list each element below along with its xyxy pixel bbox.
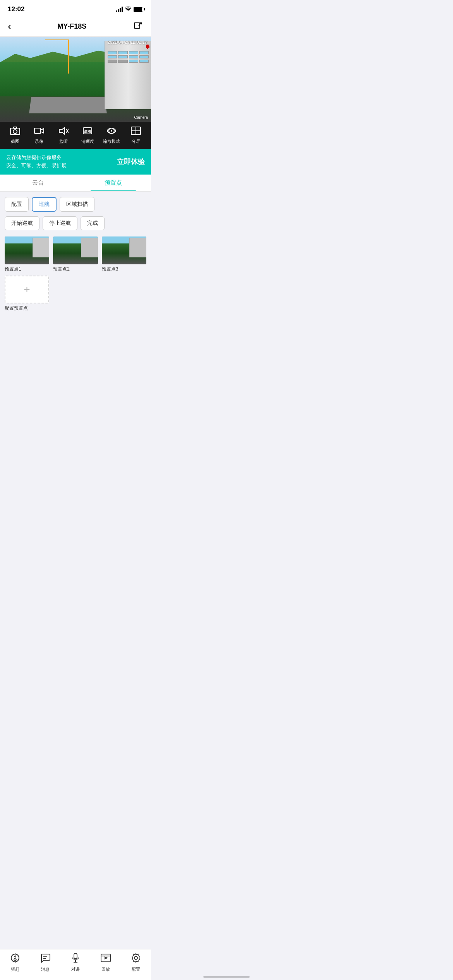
preset-label-1: 预置点1 <box>5 266 21 272</box>
quality-icon: 高清 <box>82 127 93 137</box>
camera-feed: 宇邦医疗 2021-04-29 12:02:17 Camera <box>0 37 151 122</box>
quality-button[interactable]: 高清 清晰度 <box>76 127 100 144</box>
svg-point-11 <box>111 130 112 132</box>
camera-label: Camera <box>134 115 148 120</box>
tab-ptz[interactable]: 云台 <box>0 175 76 191</box>
zoom-icon <box>106 127 117 137</box>
config-button[interactable]: 配置 <box>5 197 29 212</box>
record-icon <box>34 127 44 137</box>
svg-marker-5 <box>59 127 65 134</box>
zoom-label: 缩放模式 <box>103 139 120 144</box>
add-preset-box[interactable]: + <box>5 276 49 303</box>
expand-button[interactable] <box>132 21 143 32</box>
preset-label-3: 预置点3 <box>102 266 118 272</box>
tab-bar: 云台 预置点 <box>0 175 151 192</box>
content-area: 配置 巡航 区域扫描 开始巡航 停止巡航 完成 预置点1 预置点2 <box>0 192 151 363</box>
listen-label: 监听 <box>59 139 68 144</box>
banner-line1: 云存储为您提供录像服务 <box>6 154 67 162</box>
back-button[interactable]: ‹ <box>8 20 11 33</box>
add-preset-item[interactable]: + 配置预置点 <box>5 276 146 312</box>
preset-item-2[interactable]: 预置点2 <box>53 236 98 272</box>
banner-line2: 安全、可靠、方便、易扩展 <box>6 162 67 170</box>
split-button[interactable]: 分屏 <box>124 127 148 144</box>
screenshot-icon <box>10 127 20 137</box>
preset-grid: 预置点1 预置点2 预置点3 <box>5 236 146 272</box>
split-label: 分屏 <box>132 139 140 144</box>
action-row-1: 配置 巡航 区域扫描 <box>5 197 146 212</box>
svg-text:高清: 高清 <box>84 129 91 134</box>
patrol-button[interactable]: 巡航 <box>32 197 57 212</box>
cloud-storage-banner: 云存储为您提供录像服务 安全、可靠、方便、易扩展 立即体验 <box>0 149 151 175</box>
status-time: 12:02 <box>8 5 24 13</box>
screenshot-button[interactable]: 截图 <box>3 127 27 144</box>
done-button[interactable]: 完成 <box>81 216 105 230</box>
record-button[interactable]: 录像 <box>27 127 51 144</box>
camera-controls-toolbar: 截图 录像 监听 高清 清晰度 <box>0 122 151 149</box>
wifi-icon <box>125 6 131 12</box>
listen-button[interactable]: 监听 <box>51 127 76 144</box>
preset-item-1[interactable]: 预置点1 <box>5 236 49 272</box>
start-patrol-button[interactable]: 开始巡航 <box>5 216 39 230</box>
page-title: MY-F18S <box>57 22 86 31</box>
preset-thumb-2 <box>53 236 98 264</box>
listen-icon <box>58 127 69 137</box>
battery-icon <box>134 7 143 12</box>
preset-thumb-1 <box>5 236 49 264</box>
status-icons <box>116 6 143 12</box>
action-row-2: 开始巡航 停止巡航 完成 <box>5 216 146 230</box>
add-plus-icon: + <box>24 283 30 296</box>
signal-icon <box>116 7 123 12</box>
svg-point-2 <box>13 130 17 134</box>
banner-cta-button[interactable]: 立即体验 <box>117 157 145 166</box>
preset-thumb-3 <box>102 236 146 264</box>
stop-patrol-button[interactable]: 停止巡航 <box>43 216 77 230</box>
svg-rect-4 <box>34 128 41 134</box>
zoom-button[interactable]: 缩放模式 <box>100 127 124 144</box>
quality-label: 清晰度 <box>81 139 94 144</box>
preset-item-3[interactable]: 预置点3 <box>102 236 146 272</box>
tab-preset[interactable]: 预置点 <box>76 175 151 191</box>
record-label: 录像 <box>35 139 43 144</box>
camera-scene: 宇邦医疗 2021-04-29 12:02:17 Camera <box>0 37 151 122</box>
screenshot-label: 截图 <box>11 139 19 144</box>
nav-bar: ‹ MY-F18S <box>0 16 151 37</box>
camera-timestamp: 2021-04-29 12:02:17 <box>108 40 147 45</box>
status-bar: 12:02 <box>0 0 151 16</box>
add-preset-label: 配置预置点 <box>5 305 28 312</box>
split-icon <box>131 127 141 137</box>
scan-button[interactable]: 区域扫描 <box>60 197 94 212</box>
preset-label-2: 预置点2 <box>53 266 70 272</box>
banner-text: 云存储为您提供录像服务 安全、可靠、方便、易扩展 <box>6 154 67 170</box>
